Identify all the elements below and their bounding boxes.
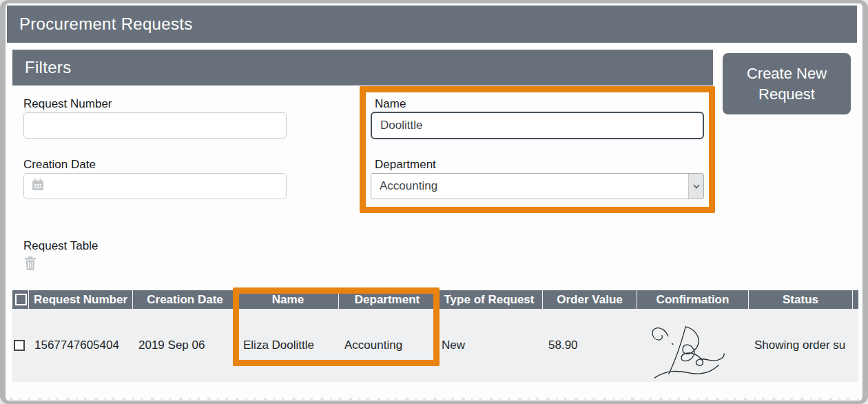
row-select-cell (12, 309, 29, 382)
procurement-requests-window: Procurement Requests Filters Create New … (0, 0, 868, 404)
cell-confirmation (637, 309, 749, 382)
cell-type-of-request: New (436, 309, 543, 382)
name-label: Name (375, 97, 406, 111)
creation-date-input[interactable] (23, 173, 287, 199)
filters-title: Filters (25, 58, 71, 77)
request-table: Request Number Creation Date Name Depart… (12, 290, 858, 382)
col-header-order-value: Order Value (543, 290, 637, 309)
cell-status: Showing order su (749, 309, 853, 382)
request-table-header-row: Request Number Creation Date Name Depart… (12, 290, 858, 309)
calendar-icon (31, 178, 45, 194)
clipped-text-remnant (10, 398, 858, 400)
department-selected-value: Accounting (371, 174, 688, 199)
cell-creation-date: 2019 Sep 06 (133, 309, 238, 382)
col-header-request-number: Request Number (29, 290, 133, 309)
request-table-caption: Request Table (23, 239, 98, 253)
trash-icon[interactable] (23, 256, 39, 272)
col-header-spacer (853, 290, 858, 309)
col-header-type-of-request: Type of Request (436, 290, 543, 309)
page-header-bar: Procurement Requests (7, 6, 857, 43)
col-header-confirmation: Confirmation (637, 290, 749, 309)
cell-department: Accounting (339, 309, 436, 382)
signature-image (642, 321, 744, 385)
select-all-cell (12, 290, 29, 309)
cell-order-value: 58.90 (543, 309, 637, 382)
table-row: 1567747605404 2019 Sep 06 Eliza Doolittl… (12, 309, 858, 382)
col-header-creation-date: Creation Date (133, 290, 238, 309)
creation-date-label: Creation Date (23, 158, 96, 172)
page-title: Procurement Requests (19, 14, 192, 34)
request-number-label: Request Number (23, 97, 112, 111)
cell-spacer (853, 309, 858, 382)
department-label: Department (375, 158, 436, 172)
cell-name: Eliza Doolittle (238, 309, 339, 382)
cell-request-number: 1567747605404 (29, 309, 133, 382)
request-number-input[interactable] (23, 112, 287, 139)
select-all-checkbox[interactable] (15, 294, 27, 305)
col-header-status: Status (749, 290, 853, 309)
create-new-request-button[interactable]: Create New Request (723, 53, 851, 114)
chevron-down-icon[interactable] (688, 174, 703, 199)
col-header-name: Name (238, 290, 339, 309)
name-input[interactable] (371, 112, 704, 139)
filters-header-bar: Filters (12, 50, 713, 85)
col-header-department: Department (339, 290, 436, 309)
department-select[interactable]: Accounting (371, 173, 704, 199)
row-checkbox[interactable] (14, 340, 25, 351)
